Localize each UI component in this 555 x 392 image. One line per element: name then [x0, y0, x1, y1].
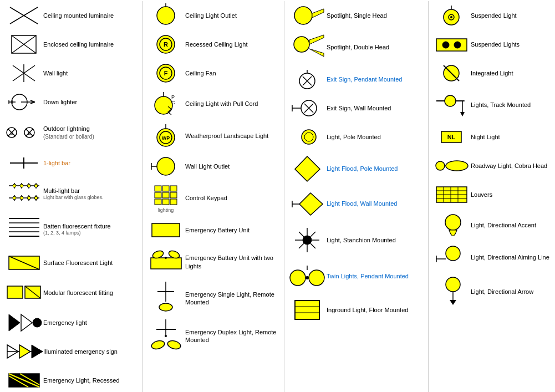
svg-marker-113 — [309, 35, 324, 44]
svg-point-130 — [303, 236, 312, 245]
svg-point-108 — [166, 339, 181, 350]
symbol-batten-fluorescent — [4, 213, 43, 246]
label-louvers: Louvers — [471, 191, 553, 198]
symbol-light-stanchion-mounted — [288, 223, 327, 257]
label-exit-sign-pendant: Exit Sign, Pendant Mounted — [327, 75, 425, 83]
item-1-light-bar: 1-light bar — [1, 149, 142, 177]
svg-text:F: F — [164, 70, 168, 77]
symbol-weatherproof-landscape: WP — [146, 122, 185, 150]
svg-point-103 — [159, 303, 172, 311]
item-night-light: NL Night Light — [429, 123, 555, 151]
label-ceiling-light-outlet: Ceiling Light Outlet — [185, 12, 281, 19]
svg-point-40 — [13, 196, 16, 200]
symbol-light-flood-pole — [288, 154, 327, 184]
svg-marker-126 — [295, 156, 320, 181]
label-night-light: Night Light — [471, 133, 553, 141]
svg-rect-87 — [170, 186, 177, 191]
svg-point-139 — [290, 270, 305, 286]
symbol-night-light: NL — [432, 125, 471, 149]
item-louvers: Louvers — [429, 180, 555, 209]
symbol-louvers — [432, 182, 471, 207]
label-emergency-duplex-light-remote: Emergency Duplex Light, Remote Mounted — [185, 328, 281, 344]
svg-line-135 — [299, 232, 304, 237]
symbol-emergency-single-light-remote — [146, 282, 185, 315]
symbol-emergency-battery-two-lights — [146, 247, 185, 277]
item-weatherproof-landscape: WP Weatherproof Landscape Light — [143, 120, 284, 152]
symbol-illuminated-emergency-sign — [4, 340, 43, 363]
svg-point-173 — [445, 215, 461, 230]
label-control-keypad: Control Keypad — [185, 194, 281, 202]
svg-rect-51 — [7, 286, 23, 298]
svg-rect-95 — [152, 223, 180, 237]
item-twin-lights-pendant: Twin Lights, Pendant Mounted — [284, 259, 428, 294]
svg-point-42 — [27, 196, 30, 200]
svg-point-32 — [20, 184, 23, 187]
label-twin-lights-pendant: Twin Lights, Pendant Mounted — [327, 272, 425, 280]
label-light-directional-accent: Light, Directional Accent — [471, 221, 553, 229]
symbol-spotlight-double-head — [288, 32, 327, 63]
svg-rect-143 — [295, 301, 319, 319]
item-surface-fluorescent: Surface Fluorescent Light — [1, 248, 142, 277]
svg-point-99 — [165, 257, 167, 259]
svg-text:S: S — [10, 131, 13, 136]
symbol-light-flood-wall — [288, 189, 327, 219]
svg-text:R: R — [164, 41, 168, 48]
item-light-flood-wall: Light Flood, Wall Mounted — [284, 186, 428, 221]
svg-rect-96 — [151, 258, 181, 269]
label-exit-sign-wall: Exit Sign, Wall Mounted — [327, 104, 425, 112]
svg-text:P: P — [171, 94, 175, 100]
item-suspended-lights: Suspended Lights — [429, 30, 555, 59]
item-outdoor-lightning: S B Outdoor lightning (Standard or bolla… — [1, 116, 142, 149]
symbol-multi-light-bar — [4, 180, 43, 208]
svg-point-33 — [27, 184, 30, 187]
label-illuminated-emergency-sign: Illuminated emergency sign — [43, 348, 139, 355]
svg-point-66 — [157, 7, 175, 24]
item-batten-fluorescent: Batten fluorescent fixture (1, 2, 3, 4 l… — [1, 211, 142, 248]
symbol-enclosed-ceiling-luminaire — [4, 33, 43, 55]
svg-line-137 — [299, 243, 304, 248]
item-exit-sign-pendant: Exit Sign, Pendant Mounted — [284, 65, 428, 94]
label-1-light-bar: 1-light bar — [43, 159, 139, 167]
item-light-flood-pole: Light Flood, Pole Mounted — [284, 151, 428, 186]
svg-text:NL: NL — [447, 134, 456, 140]
svg-point-41 — [20, 196, 23, 200]
svg-rect-90 — [170, 192, 177, 198]
item-light-directional-accent: Light, Directional Accent — [429, 209, 555, 241]
symbol-wall-light-outlet — [146, 154, 185, 179]
item-multi-light-bar: Multi-light bar Light bar with glass glo… — [1, 177, 142, 211]
svg-point-163 — [436, 161, 445, 170]
label-ceiling-mounted-luminaire: Ceiling mounted luminaire — [43, 12, 139, 19]
svg-marker-129 — [299, 193, 323, 215]
symbol-ceiling-mounted-luminaire — [4, 4, 43, 27]
item-control-keypad: lighting Control Keypad — [143, 181, 284, 216]
svg-point-152 — [442, 42, 449, 48]
symbol-roadway-light-cobra — [432, 154, 471, 178]
label-enclosed-ceiling-luminaire: Enclosed ceiling luminaire — [43, 40, 139, 48]
item-roadway-light-cobra: Roadway Light, Cobra Head — [429, 151, 555, 180]
symbol-emergency-battery-unit — [146, 219, 185, 241]
label-emergency-single-light-remote: Emergency Single Light, Remote Mounted — [185, 291, 281, 307]
item-suspended-light: Suspended Light — [429, 1, 555, 30]
label-wall-light: Wall light — [43, 69, 139, 77]
symbol-ceiling-light-pull-cord: P C — [146, 90, 185, 118]
item-recessed-ceiling-light: R Recessed Ceiling Light — [143, 30, 284, 59]
svg-point-112 — [294, 37, 309, 52]
svg-point-82 — [157, 157, 175, 175]
label-multi-light-bar: Multi-light bar Light bar with glass glo… — [43, 187, 139, 201]
item-emergency-duplex-light-remote: Emergency Duplex Light, Remote Mounted — [143, 317, 284, 355]
symbol-recessed-ceiling-light: R — [146, 32, 185, 57]
item-spotlight-single-head: Spotlight, Single Head — [284, 1, 428, 30]
svg-point-140 — [309, 270, 324, 286]
label-emergency-light: Emergency light — [43, 319, 139, 327]
symbol-control-keypad: lighting — [146, 183, 185, 213]
svg-rect-89 — [162, 192, 169, 198]
item-ceiling-fan: F Ceiling Fan — [143, 59, 284, 88]
label-emergency-light-recessed: Emergency Light, Recessed — [43, 376, 139, 384]
item-modular-fluorescent: Modular fluorescent fitting — [1, 277, 142, 308]
label-emergency-battery-two-lights: Emergency Battery Unit with two Lights — [185, 254, 281, 270]
svg-text:B: B — [28, 131, 30, 136]
svg-point-110 — [294, 7, 312, 24]
svg-point-109 — [165, 335, 167, 337]
svg-point-149 — [450, 16, 452, 18]
item-lights-track-mounted: Lights, Track Mounted — [429, 88, 555, 123]
